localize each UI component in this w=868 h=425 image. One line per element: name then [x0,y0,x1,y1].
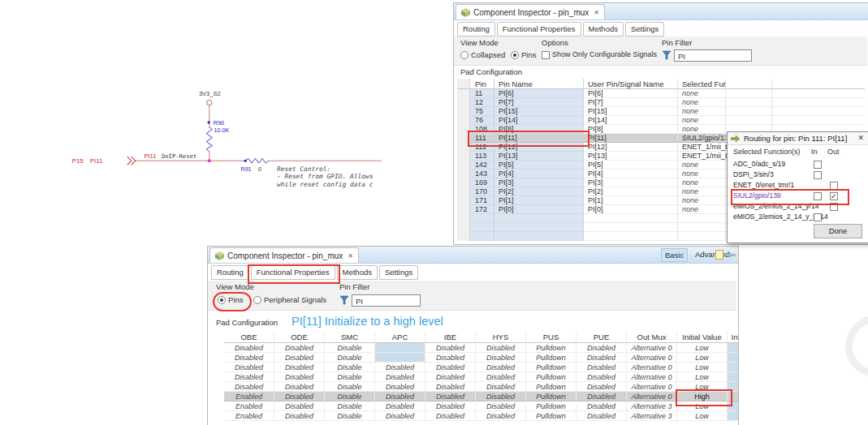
editor-tab-pin-mux[interactable]: Component Inspector - pin_mux ✕ [456,4,605,19]
port-chevron-icon [127,157,132,165]
tab-functional-properties[interactable]: Functional Properties [497,22,581,36]
table-header: Pin Pin Name User Pin/Signal Name Select… [457,79,865,89]
col-selected-function: Selected Function [678,79,726,89]
table-row[interactable]: DisabledDisabledDisableDisabledDisabledP… [224,343,739,353]
out-checkbox[interactable] [830,182,838,190]
resistor-r90 [206,127,212,152]
table-row[interactable]: 12PI[7]PI[7]none [457,98,865,107]
function-row[interactable]: eMIOS_2/emios_2_14_y_in/14 [728,212,868,222]
pin-filter-input[interactable]: PI [352,294,421,307]
col-user-pin: User Pin/Signal Name [584,79,678,89]
property-tabs: Routing Functional Properties Methods Se… [211,265,420,280]
function-row[interactable]: ADC_0/adc_s/19 [728,159,868,170]
function-row[interactable]: DSPI_3/sin/3 [728,170,868,180]
in-checkbox[interactable] [814,213,822,221]
tab-settings[interactable]: Settings [379,265,418,280]
peripheral-signals-radio[interactable] [253,296,261,304]
pin-name-label: PI11 [90,157,103,165]
tab-methods[interactable]: Methods [583,22,624,36]
r91-ref: R91 [240,166,251,173]
filter-funnel-icon [662,50,672,60]
collapsed-radio-label: Collapsed [471,50,505,59]
collapsed-radio[interactable] [460,51,469,59]
table-row[interactable]: DisabledDisabledDisableDisabledDisabledD… [224,363,739,372]
component-inspector-icon [461,8,470,17]
function-row-siul2-gpio[interactable]: SIUL2/gpio/139 [728,191,868,201]
power-symbol [207,100,212,105]
table-row[interactable]: DisabledDisabledDisableDisabledDisabledD… [224,372,739,382]
editor-tab-title: Component Inspector - pin_mux [227,251,343,260]
in-checkbox[interactable] [814,192,822,200]
r90-value: 10.0K [214,127,230,134]
routing-for-pin-dialog: Routing for pin: Pin 111: PI[11] ✕ Selec… [727,131,868,243]
out-checkbox[interactable] [830,203,838,211]
schematic-note-line: Reset Control: [277,165,330,173]
table-row[interactable]: DisabledDisabledDisableDisabledDisabledD… [224,382,739,392]
functional-properties-table: OBEODESMCAPCIBEHYSPUSPUEOut MuxInitial V… [224,332,739,421]
table-row[interactable]: EnabledDisabledDisableDisabledDisabledDi… [224,401,739,411]
pins-radio-label: Pins [521,50,536,59]
watermark-circle [845,316,868,377]
back-arrow-icon[interactable] [727,251,736,259]
tab-routing[interactable]: Routing [211,265,249,280]
pin-number-label: P15 [72,157,84,165]
dialog-col-in: In [811,147,818,157]
component-inspector-icon [215,251,224,260]
signal-name-label: DoIP-Reset [162,152,196,160]
show-only-configurable-checkbox[interactable] [542,51,550,59]
options-label: Options [542,38,568,47]
pin-filter-label: Pin Filter [339,282,369,291]
close-icon[interactable]: ✕ [348,252,353,260]
r90-ref: R90 [214,120,224,127]
table-header: OBEODESMCAPCIBEHYSPUSPUEOut MuxInitial V… [224,332,739,343]
tab-functional-properties[interactable]: Functional Properties [251,265,335,280]
table-row[interactable]: 11PI[6]PI[6]none [457,89,865,98]
pin-filter-label: Pin Filter [662,38,692,47]
table-row-selected[interactable]: EnabledDisabledDisableDisabledDisabledDi… [224,392,739,401]
tab-routing[interactable]: Routing [457,22,495,36]
pin-filter-input[interactable]: PI [674,49,752,62]
done-button[interactable]: Done [814,224,862,238]
function-row[interactable]: ENET_0/enet_tmr/1 [728,180,868,191]
table-row[interactable]: EnabledDisabledDisableDisabledDisabledDi… [224,411,739,421]
in-checkbox[interactable] [814,171,822,179]
initialize-high-heading: PI[11] Initialize to a high level [291,315,443,328]
basic-mode-button[interactable]: Basic [661,248,688,262]
pad-configuration-label: Pad Configuration [216,318,278,327]
junction-dot [208,159,211,162]
out-checkbox-checked[interactable] [830,192,838,200]
resistor-r91 [245,158,269,163]
close-icon[interactable]: ✕ [594,9,599,16]
filter-funnel-icon [339,295,349,305]
properties-window: Component Inspector - pin_mux ✕ Basic Ad… [207,246,739,425]
table-row[interactable]: 76PI[14]PI[14]none [457,116,865,125]
in-checkbox[interactable] [814,161,822,169]
schematic-note-line: - Reset from GPIO. Allows [277,173,374,180]
editor-tab-title: Component Inspector - pin_mux [473,8,589,17]
table-row[interactable]: DisabledDisabledDisableDisabledDisabledP… [224,353,739,363]
dialog-col-function: Selected Function(s) [733,147,801,157]
document-icon[interactable] [715,250,723,260]
schematic-canvas: 3V3_S2 R90 10.0K P15 PI11 PI11 DoIP-Rese… [0,69,455,243]
net-label: PI11 [145,152,157,160]
close-icon[interactable]: ✕ [857,132,864,144]
pins-radio[interactable] [218,296,226,304]
pins-radio[interactable] [511,51,519,59]
table-row[interactable]: 75PI[15]PI[15]none [457,107,865,116]
terminal-dot [207,121,209,123]
view-mode-label: View Mode [216,282,254,291]
show-only-configurable-label: Show Only Configurable Signals [552,50,657,58]
schematic-note-line: while reset config data c [277,181,374,188]
routing-icon [731,135,740,142]
dialog-title-bar[interactable]: Routing for pin: Pin 111: PI[11] ✕ [728,132,868,145]
dialog-title: Routing for pin: Pin 111: PI[11] [744,132,847,144]
r91-value: 0 [258,166,261,173]
col-pin: Pin [470,79,494,89]
pad-configuration-label: Pad Configuration [460,67,522,76]
dialog-col-out: Out [827,147,840,157]
editor-tab-pin-mux[interactable]: Component Inspector - pin_mux ✕ [209,247,359,263]
tab-settings[interactable]: Settings [625,22,664,36]
function-row[interactable]: eMIOS_2/emios_2_14_y/14 [728,201,868,212]
tab-methods[interactable]: Methods [337,265,378,280]
col-pin-name: Pin Name [494,79,584,89]
